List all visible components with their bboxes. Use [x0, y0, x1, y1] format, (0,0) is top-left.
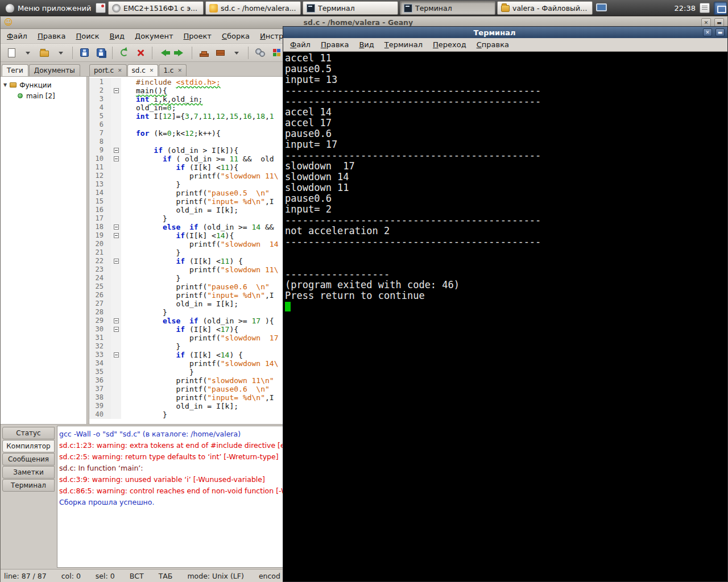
editor-tab-1.c[interactable]: 1.c✕: [159, 64, 187, 76]
toolbar-color-chooser-button[interactable]: [269, 45, 284, 60]
terminal-menu-item[interactable]: Файл: [285, 39, 316, 51]
line-number[interactable]: 30: [89, 325, 106, 334]
message-tab-Компилятор[interactable]: Компилятор: [2, 440, 55, 452]
toolbar-save-all-button[interactable]: [93, 45, 108, 60]
applications-menu-button[interactable]: Меню приложений: [0, 0, 97, 16]
line-number[interactable]: 33: [89, 351, 106, 359]
message-tab-Терминал[interactable]: Терминал: [2, 479, 55, 492]
toolbar-new-file-button[interactable]: [4, 45, 19, 60]
line-number[interactable]: 9: [89, 146, 106, 155]
toolbar-back-button[interactable]: [156, 45, 171, 60]
terminal-close-button[interactable]: ✕: [703, 28, 712, 36]
message-tab-Заметки[interactable]: Заметки: [2, 466, 55, 479]
geany-menu-item[interactable]: Вид: [105, 30, 130, 42]
line-number[interactable]: 34: [89, 359, 106, 368]
line-number[interactable]: 27: [89, 300, 106, 308]
line-number[interactable]: 39: [89, 402, 106, 410]
taskbar-window-button[interactable]: Терминал: [303, 1, 398, 15]
line-number[interactable]: 29: [89, 317, 106, 325]
geany-maximize-button[interactable]: ▬: [714, 18, 724, 27]
terminal-menu-item[interactable]: Терминал: [379, 39, 428, 51]
window-list-icon[interactable]: [96, 3, 106, 13]
line-number[interactable]: 12: [89, 172, 106, 180]
toolbar-caret-button[interactable]: [20, 45, 35, 60]
toolbar-forward-button[interactable]: [173, 45, 188, 60]
line-number[interactable]: 36: [89, 376, 106, 385]
toolbar-run-button[interactable]: [253, 45, 267, 60]
fold-icon[interactable]: [114, 156, 119, 161]
terminal-menu-item[interactable]: Вид: [354, 39, 379, 51]
fold-icon[interactable]: [114, 88, 119, 93]
line-number[interactable]: 24: [89, 274, 106, 282]
screenshot-tray-icon[interactable]: [714, 2, 727, 15]
geany-close-button[interactable]: ✕: [701, 18, 711, 27]
line-number[interactable]: 8: [89, 138, 106, 146]
line-number[interactable]: 18: [89, 223, 106, 231]
geany-menu-item[interactable]: Сборка: [217, 30, 255, 42]
fold-icon[interactable]: [114, 148, 119, 153]
line-number[interactable]: 22: [89, 257, 106, 265]
sidebar-tab[interactable]: Теги: [2, 64, 28, 76]
line-number[interactable]: 19: [89, 231, 106, 240]
fold-icon[interactable]: [114, 233, 119, 238]
terminal-titlebar[interactable]: Терминал ✕ ▬: [283, 27, 727, 38]
line-number[interactable]: 17: [89, 214, 106, 223]
sidebar-tab[interactable]: Документы: [29, 64, 80, 76]
message-tab-Сообщения[interactable]: Сообщения: [2, 453, 55, 465]
line-number[interactable]: 11: [89, 163, 106, 172]
tab-close-icon[interactable]: ✕: [118, 68, 122, 73]
line-number[interactable]: 31: [89, 334, 106, 342]
geany-menu-item[interactable]: Проект: [179, 30, 217, 42]
fold-icon[interactable]: [114, 327, 119, 332]
toolbar-compile-button[interactable]: [196, 45, 211, 60]
line-number[interactable]: 25: [89, 282, 106, 291]
fold-icon[interactable]: [114, 225, 119, 230]
line-number[interactable]: 4: [89, 103, 106, 112]
line-number[interactable]: 23: [89, 265, 106, 274]
line-number[interactable]: 40: [89, 410, 106, 419]
taskbar-window-button[interactable]: valera - Файловый ...: [497, 1, 593, 15]
symbol-main[interactable]: main [2]: [1, 90, 86, 101]
geany-menu-item[interactable]: Документ: [130, 30, 179, 42]
terminal-menu-item[interactable]: Справка: [471, 39, 514, 51]
tab-close-icon[interactable]: ✕: [177, 68, 182, 73]
line-number[interactable]: 32: [89, 342, 106, 351]
line-number[interactable]: 10: [89, 155, 106, 163]
line-number[interactable]: 37: [89, 385, 106, 393]
toolbar-caret-button[interactable]: [53, 45, 68, 60]
geany-menu-item[interactable]: Поиск: [71, 30, 104, 42]
toolbar-close-button[interactable]: [133, 45, 148, 60]
toolbar-revert-button[interactable]: [117, 45, 131, 60]
geany-menu-item[interactable]: Файл: [2, 30, 32, 42]
line-number[interactable]: 26: [89, 291, 106, 300]
editor-tab-port.c[interactable]: port.c✕: [89, 64, 127, 76]
line-number[interactable]: 6: [89, 120, 106, 129]
line-number[interactable]: 38: [89, 393, 106, 402]
line-number[interactable]: 13: [89, 180, 106, 189]
terminal-screen[interactable]: accel 11pause0.5input= 13---------------…: [283, 52, 727, 581]
taskbar-window-button[interactable]: Терминал: [400, 1, 495, 15]
line-number[interactable]: 20: [89, 240, 106, 248]
line-number[interactable]: 2: [89, 86, 106, 95]
toolbar-caret-button[interactable]: [229, 45, 244, 60]
symbols-root[interactable]: ▼ Функции: [1, 80, 86, 90]
fold-icon[interactable]: [114, 318, 119, 323]
line-number[interactable]: 5: [89, 112, 106, 120]
editor-tab-sd.c[interactable]: sd.c✕: [127, 64, 159, 76]
taskbar-window-button[interactable]: sd.c - /home/valera...: [205, 1, 301, 15]
tab-close-icon[interactable]: ✕: [150, 68, 154, 73]
line-number[interactable]: 28: [89, 308, 106, 317]
expander-icon[interactable]: ▼: [3, 82, 7, 88]
terminal-menu-item[interactable]: Переход: [428, 39, 471, 51]
message-tab-Статус[interactable]: Статус: [2, 427, 55, 439]
line-number[interactable]: 35: [89, 368, 106, 376]
line-number[interactable]: 16: [89, 206, 106, 214]
line-number[interactable]: 14: [89, 189, 106, 197]
line-number[interactable]: 1: [89, 78, 106, 86]
toolbar-open-folder-button[interactable]: [37, 45, 52, 60]
notes-tray-icon[interactable]: [700, 3, 710, 13]
line-number[interactable]: 15: [89, 197, 106, 206]
geany-menu-item[interactable]: Правка: [32, 30, 71, 42]
terminal-menu-item[interactable]: Правка: [316, 39, 354, 51]
line-number[interactable]: 7: [89, 129, 106, 138]
